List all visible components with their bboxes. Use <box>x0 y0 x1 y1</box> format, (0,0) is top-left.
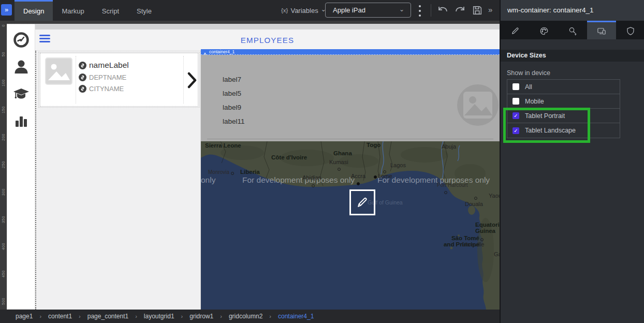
redo-button[interactable] <box>454 4 466 17</box>
map-label: Ghana <box>333 150 352 156</box>
person-icon <box>13 58 30 75</box>
inspector-tab-devices[interactable] <box>587 21 616 39</box>
design-canvas: EMPLOYEES nameLabelDEPTNAMECITYNAME <box>7 24 500 310</box>
field-separator <box>76 56 76 104</box>
map-label: Lome <box>378 173 392 180</box>
pencil-icon <box>510 26 520 36</box>
breadcrumb-separator-icon: › <box>135 313 137 319</box>
bind-icon <box>79 74 86 81</box>
collapse-right-panel-button[interactable]: » <box>488 5 492 14</box>
device-option-label: Mobile <box>525 98 544 105</box>
map-watermark: For development purposes only <box>377 175 490 185</box>
device-option-tablet-portrait[interactable]: ✓Tablet Portrait <box>507 109 620 123</box>
variables-menu[interactable]: {x} Variables ⌄ <box>281 0 326 21</box>
inspect-cursor-icon <box>568 26 577 36</box>
inspector-tab-pencil[interactable] <box>501 21 530 39</box>
map-label: Port Harcourt <box>437 183 467 188</box>
ruler-tick: 0 <box>1 24 6 27</box>
map-marker-ring <box>383 170 386 173</box>
map-marker-ring <box>444 191 447 194</box>
device-select-value: Apple iPad <box>333 6 365 14</box>
tab-design[interactable]: Design <box>14 0 53 21</box>
checkbox-checked[interactable]: ✓ <box>513 112 519 119</box>
list-field: CITYNAME <box>79 85 180 93</box>
list-field-label: DEPTNAME <box>89 74 126 81</box>
checkbox-checked[interactable]: ✓ <box>513 127 519 134</box>
list-field-label: nameLabel <box>89 61 129 70</box>
shield-icon <box>626 26 635 36</box>
breadcrumb-item[interactable]: layoutgrid1 <box>144 313 174 320</box>
bar-chart-icon <box>13 112 30 129</box>
tab-script[interactable]: Script <box>93 0 128 21</box>
ruler-tick: 500 <box>1 298 6 305</box>
map-marker-ring <box>480 238 484 241</box>
breadcrumb-item-active[interactable]: container4_1 <box>278 313 314 320</box>
sidebar-item-graduation-cap[interactable] <box>13 85 30 102</box>
inspector-tab-shield[interactable] <box>616 21 644 39</box>
device-option-all[interactable]: All <box>507 80 620 94</box>
chevron-right-icon[interactable] <box>187 72 197 89</box>
breadcrumb-item[interactable]: gridrow1 <box>189 313 213 320</box>
device-options-list: AllMobile✓Tablet Portrait✓Tablet Landsca… <box>507 79 620 138</box>
container-separator <box>207 139 493 139</box>
inspector-tab-inspect-cursor[interactable] <box>559 21 588 39</box>
map-edit-button[interactable] <box>349 189 375 215</box>
page-header: EMPLOYEES <box>35 30 500 51</box>
inspector-panel: wm-container: container4_1 Device Sizes … <box>500 0 644 323</box>
vertical-ruler: 050100150200250300350400450500 <box>0 24 7 310</box>
checkbox[interactable] <box>513 83 519 90</box>
device-option-mobile[interactable]: Mobile <box>507 94 620 109</box>
breadcrumb-item[interactable]: gridcolumn2 <box>229 313 262 320</box>
container-label[interactable]: label5 <box>223 90 241 97</box>
collapse-left-panel-button[interactable]: » <box>1 4 12 16</box>
grid-column-1[interactable]: nameLabelDEPTNAMECITYNAME <box>35 51 201 310</box>
inspector-tab-palette[interactable] <box>530 21 559 39</box>
graduation-cap-icon <box>13 85 30 102</box>
container-label[interactable]: label7 <box>223 76 241 83</box>
undo-button[interactable] <box>436 4 449 17</box>
move-icon <box>203 50 207 54</box>
checkbox[interactable] <box>513 98 519 105</box>
map-widget[interactable]: onlyFor development purposes onlyFor dev… <box>201 141 500 310</box>
palette-icon <box>539 26 549 36</box>
container-label[interactable]: label9 <box>223 104 241 111</box>
map-label: Ga <box>494 252 500 258</box>
map-marker-ring <box>312 184 315 187</box>
list-fields: nameLabelDEPTNAMECITYNAME <box>79 61 180 96</box>
selection-tag[interactable]: container4_1 <box>201 49 500 55</box>
image-placeholder-icon <box>45 57 72 85</box>
map-label: Sierra Leone <box>205 142 241 149</box>
breadcrumb-item[interactable]: content1 <box>48 313 72 320</box>
sidebar-item-person[interactable] <box>13 58 30 75</box>
map-label: Yaou <box>489 193 500 199</box>
ruler-tick: 100 <box>1 79 6 86</box>
container-label[interactable]: label11 <box>223 118 245 125</box>
ruler-tick: 350 <box>1 216 6 223</box>
app-left-nav[interactable] <box>7 24 35 310</box>
map-label: Côte d'Ivoire <box>271 154 307 160</box>
inspector-title: wm-container: container4_1 <box>501 0 644 21</box>
device-option-tablet-landscape[interactable]: ✓Tablet Landscape <box>507 123 620 138</box>
device-option-label: Tablet Portrait <box>525 112 565 120</box>
sidebar-item-gauge[interactable] <box>13 32 30 48</box>
variables-braces-icon: {x} <box>281 7 288 13</box>
map-label: Douala <box>465 201 483 208</box>
device-preview-select[interactable]: Apple iPad ⌄ <box>325 3 411 18</box>
breadcrumb-item[interactable]: page_content1 <box>87 313 128 320</box>
save-button[interactable] <box>472 5 483 16</box>
sidebar-item-bar-chart[interactable] <box>13 112 30 129</box>
map-label: Lagos <box>390 163 406 169</box>
wavemaker-studio-window: » DesignMarkupScriptStyle {x} Variables … <box>0 0 644 323</box>
tab-markup[interactable]: Markup <box>53 0 93 21</box>
map-watermark: For development purposes only <box>242 175 355 185</box>
list-field: DEPTNAME <box>79 74 180 81</box>
tab-style[interactable]: Style <box>128 0 160 21</box>
breadcrumb-item[interactable]: page1 <box>16 313 33 320</box>
selected-container[interactable]: label7label5label9label11 <box>201 55 500 141</box>
show-in-device-label: Show in device <box>507 69 550 77</box>
more-options-icon[interactable] <box>417 5 422 17</box>
map-marker-dot <box>374 175 377 179</box>
ruler-tick: 200 <box>1 134 6 141</box>
map-label: Monrovia <box>208 170 229 175</box>
list-item[interactable]: nameLabelDEPTNAMECITYNAME <box>40 53 198 107</box>
